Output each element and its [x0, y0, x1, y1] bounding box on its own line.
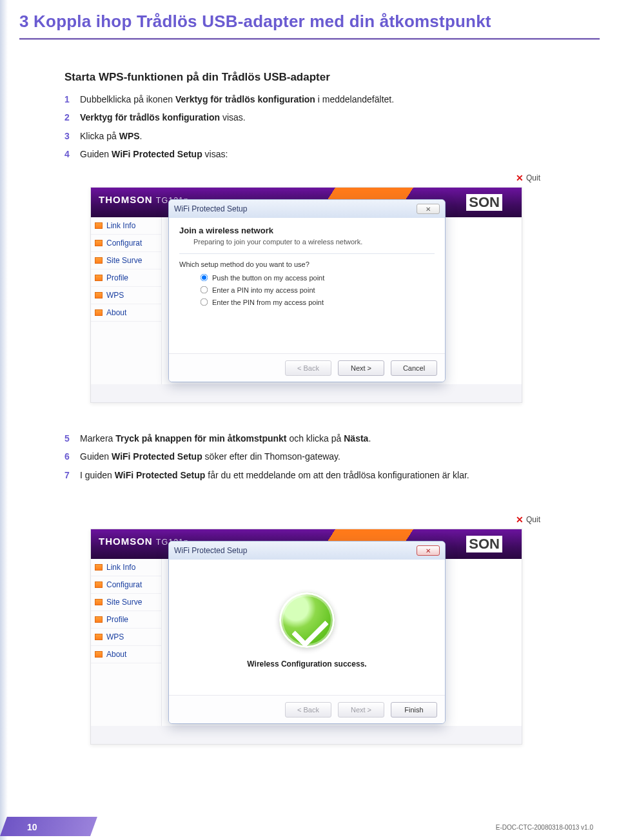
window-close-button[interactable]: ✕	[417, 204, 440, 214]
step-number: 5	[64, 432, 80, 445]
screenshot-1: ✕ Quit THOMSON TG121n SON Link Info Conf…	[90, 187, 535, 403]
page-left-shadow	[0, 0, 8, 840]
sidebar-item-wps[interactable]: WPS	[91, 629, 161, 646]
text-bold: Verktyg för trådlös konfiguration	[80, 112, 220, 122]
sidebar-item-wps[interactable]: WPS	[91, 287, 161, 304]
step-text: I guiden WiFi Protected Setup får du ett…	[80, 469, 469, 482]
sidebar-item-sitesurvey[interactable]: Site Surve	[91, 594, 161, 611]
radio-group: Push the button on my access point Enter…	[179, 273, 435, 306]
radio-option-enter-pin[interactable]: Enter a PIN into my access point	[200, 286, 435, 294]
next-button[interactable]: Next >	[338, 702, 384, 718]
sidebar-item-label: WPS	[106, 291, 124, 300]
bullet-icon	[95, 240, 103, 246]
sidebar-item-label: Link Info	[106, 563, 135, 572]
back-button[interactable]: < Back	[285, 360, 331, 376]
sidebar-item-about[interactable]: About	[91, 304, 161, 322]
success-check-icon	[279, 592, 335, 648]
sidebar-item-sitesurvey[interactable]: Site Surve	[91, 252, 161, 269]
radio-label: Enter a PIN into my access point	[212, 286, 315, 294]
steps-list-a: 1 Dubbelklicka på ikonen Verktyg för trå…	[64, 93, 580, 161]
success-message: Wireless Configuration success.	[247, 659, 366, 669]
app-window: THOMSON TG121n SON Link Info Configurat …	[90, 187, 522, 403]
sidebar-item-about[interactable]: About	[91, 646, 161, 663]
sidebar-item-label: WPS	[106, 632, 124, 641]
app-footer	[91, 726, 522, 744]
step-number: 2	[64, 111, 80, 124]
step-number: 6	[64, 450, 80, 463]
bullet-icon	[95, 616, 103, 623]
back-button[interactable]: < Back	[285, 702, 331, 718]
step-text: Guiden WiFi Protected Setup söker efter …	[80, 450, 340, 463]
subheading: Starta WPS-funktionen på din Trådlös USB…	[64, 71, 580, 84]
bullet-icon	[95, 651, 103, 658]
step-text: Verktyg för trådlös konfiguration visas.	[80, 111, 246, 124]
sidebar-item-config[interactable]: Configurat	[91, 235, 161, 252]
bullet-icon	[95, 599, 103, 605]
text-part: får du ett meddelande om att den trådlös…	[205, 470, 469, 480]
dialog-question: Which setup method do you want to use?	[179, 260, 435, 268]
sidebar-item-config[interactable]: Configurat	[91, 576, 161, 594]
divider	[179, 253, 435, 254]
sidebar: Link Info Configurat Site Surve Profile …	[91, 559, 162, 726]
screenshot-2: ✕ Quit THOMSON TG121n SON Link Info Conf…	[90, 529, 535, 745]
steps-list-b: 5 Markera Tryck på knappen för min åtkom…	[64, 432, 580, 482]
radio-input[interactable]	[201, 286, 208, 294]
text-bold: WiFi Protected Setup	[115, 470, 206, 480]
text-part: i meddelandefältet.	[315, 94, 394, 104]
quit-link[interactable]: ✕ Quit	[516, 173, 540, 183]
sidebar-item-linkinfo[interactable]: Link Info	[91, 217, 161, 235]
radio-input[interactable]	[201, 298, 208, 306]
text-bold: WPS	[119, 131, 140, 141]
step-text: Dubbelklicka på ikonen Verktyg för trådl…	[80, 93, 394, 106]
sidebar-item-label: Link Info	[106, 221, 135, 230]
step-text: Klicka på WPS.	[80, 130, 142, 142]
cancel-button[interactable]: Cancel	[391, 360, 437, 376]
bullet-icon	[95, 564, 103, 571]
text-part: Klicka på	[80, 131, 119, 141]
radio-label: Enter the PIN from my access point	[212, 298, 324, 306]
text-part: .	[140, 131, 142, 141]
sidebar-item-profile[interactable]: Profile	[91, 269, 161, 287]
sidebar-item-label: Configurat	[106, 580, 142, 589]
sidebar-item-label: About	[106, 308, 126, 317]
text-bold: Tryck på knappen för min åtkomstpunkt	[115, 433, 286, 444]
radio-input[interactable]	[201, 274, 208, 282]
brand-suffix: SON	[466, 536, 502, 552]
quit-link[interactable]: ✕ Quit	[516, 514, 540, 525]
window-close-button[interactable]: ✕	[417, 545, 440, 556]
title-rule	[19, 38, 600, 40]
text-bold: Nästa	[344, 433, 368, 444]
text-part: och klicka på	[287, 433, 344, 444]
next-button[interactable]: Next >	[338, 360, 384, 376]
text-part: Guiden	[80, 149, 112, 159]
sidebar-item-profile[interactable]: Profile	[91, 611, 161, 629]
dialog-body: Wireless Configuration success.	[169, 560, 445, 695]
dialog-titlebar: WiFi Protected Setup ✕	[169, 200, 445, 218]
section-intro: Starta WPS-funktionen på din Trådlös USB…	[64, 71, 580, 166]
dialog-buttons: < Back Next > Finish	[169, 695, 445, 723]
dialog-title: WiFi Protected Setup	[174, 546, 247, 555]
step-2: 2 Verktyg för trådlös konfiguration visa…	[64, 111, 580, 124]
sidebar-item-label: Site Surve	[106, 598, 142, 607]
text-part: I guiden	[80, 470, 115, 480]
step-number: 7	[64, 469, 80, 482]
brand-text: THOMSON	[99, 194, 156, 205]
finish-button[interactable]: Finish	[391, 702, 437, 718]
close-icon: ✕	[516, 514, 524, 525]
text-part: visas:	[202, 149, 228, 159]
section-continued: 5 Markera Tryck på knappen för min åtkom…	[64, 432, 580, 487]
radio-option-push[interactable]: Push the button on my access point	[200, 273, 435, 282]
brand-text: THOMSON	[99, 536, 156, 547]
step-3: 3 Klicka på WPS.	[64, 130, 580, 142]
sidebar-item-linkinfo[interactable]: Link Info	[91, 559, 161, 576]
step-6: 6 Guiden WiFi Protected Setup söker efte…	[64, 450, 580, 463]
footer-shape	[0, 817, 97, 836]
dialog-heading: Join a wireless network	[179, 226, 435, 235]
text-part: .	[368, 433, 371, 444]
text-bold: WiFi Protected Setup	[112, 451, 202, 462]
step-text: Guiden WiFi Protected Setup visas:	[80, 148, 228, 161]
radio-option-from-pin[interactable]: Enter the PIN from my access point	[200, 298, 435, 306]
wps-success-dialog: WiFi Protected Setup ✕ Wireless Configur…	[168, 541, 446, 724]
quit-label: Quit	[526, 173, 540, 182]
brand-suffix: SON	[466, 194, 502, 211]
